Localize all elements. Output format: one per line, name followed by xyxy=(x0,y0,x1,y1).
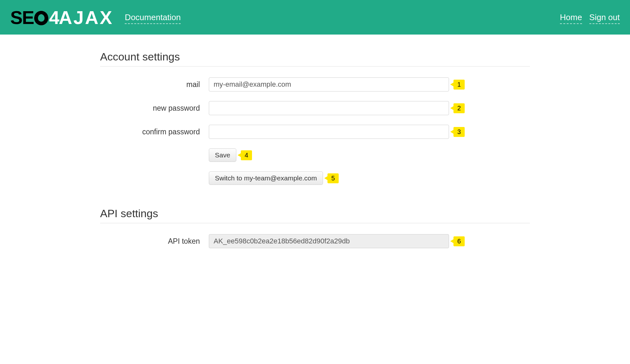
callout-5-label: 5 xyxy=(327,173,339,183)
callout-1: 1 xyxy=(450,80,465,90)
new-password-label: new password xyxy=(100,104,209,113)
api-token-input[interactable] xyxy=(209,234,449,248)
callout-5: 5 xyxy=(324,173,339,183)
logo: SE 4 AJAX xyxy=(10,7,113,28)
save-button[interactable]: Save xyxy=(209,148,236,162)
callout-2: 2 xyxy=(450,103,465,113)
section-divider xyxy=(100,66,530,67)
new-password-row: new password 2 xyxy=(100,101,530,115)
api-token-row: API token 6 xyxy=(100,234,530,248)
section-divider-2 xyxy=(100,223,530,223)
callout-2-label: 2 xyxy=(453,103,465,113)
nav-documentation[interactable]: Documentation xyxy=(125,12,181,24)
switch-account-button[interactable]: Switch to my-team@example.com xyxy=(209,171,323,185)
save-row: Save 4 xyxy=(100,148,530,162)
api-settings-title: API settings xyxy=(100,207,530,220)
mail-label: mail xyxy=(100,80,209,89)
main-container: Account settings mail 1 new password 2 c… xyxy=(90,35,540,271)
callout-6-label: 6 xyxy=(453,236,465,246)
logo-ajax-text: AJAX xyxy=(59,7,114,28)
mail-row: mail 1 xyxy=(100,77,530,91)
logo-ring-icon xyxy=(33,9,50,26)
logo-seo-text: SE xyxy=(10,7,34,28)
nav-left: Documentation xyxy=(125,12,186,22)
callout-3: 3 xyxy=(450,127,465,137)
callout-4: 4 xyxy=(238,150,252,160)
confirm-password-input[interactable] xyxy=(209,125,449,139)
mail-input[interactable] xyxy=(209,77,449,91)
api-token-label: API token xyxy=(100,237,209,246)
switch-row: Switch to my-team@example.com 5 xyxy=(100,171,530,185)
nav-right: Home Sign out xyxy=(560,12,620,22)
confirm-password-label: confirm password xyxy=(100,128,209,136)
callout-1-label: 1 xyxy=(453,80,465,90)
new-password-input[interactable] xyxy=(209,101,449,115)
account-settings-title: Account settings xyxy=(100,51,530,63)
callout-6: 6 xyxy=(450,236,465,246)
logo-four-text: 4 xyxy=(49,7,59,28)
callout-3-label: 3 xyxy=(453,127,465,137)
nav-signout[interactable]: Sign out xyxy=(589,12,620,24)
callout-4-label: 4 xyxy=(241,150,252,160)
confirm-password-row: confirm password 3 xyxy=(100,125,530,139)
app-header: SE 4 AJAX Documentation Home Sign out xyxy=(0,0,630,35)
nav-home[interactable]: Home xyxy=(560,12,582,24)
